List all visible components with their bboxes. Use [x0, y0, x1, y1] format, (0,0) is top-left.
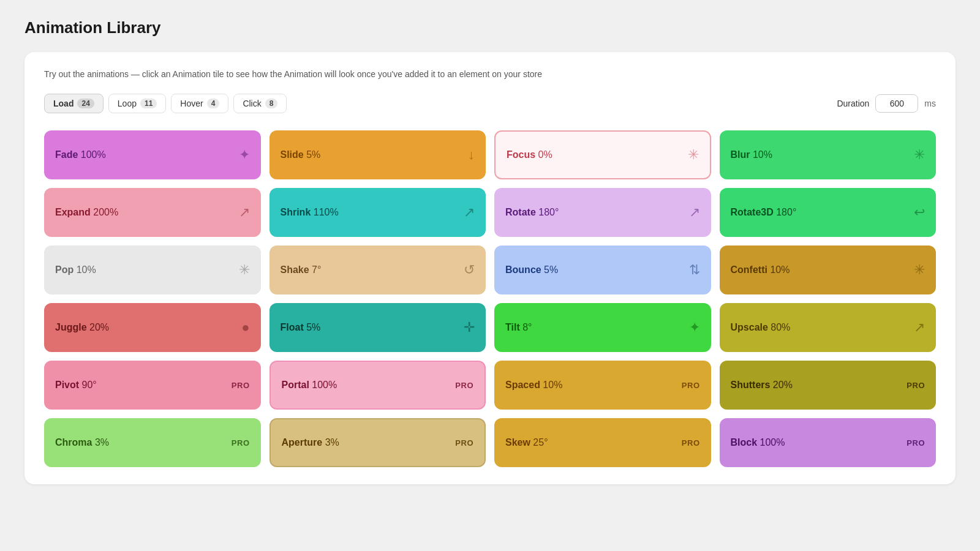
tile-slide[interactable]: Slide 5%↓ — [270, 130, 486, 179]
tile-shutters[interactable]: Shutters 20%PRO — [720, 361, 937, 410]
tile-value: 10% — [750, 149, 772, 160]
tile-name: Blur — [731, 149, 750, 160]
tile-name: Float — [281, 322, 304, 332]
tile-value: 180° — [774, 207, 797, 217]
tile-chroma[interactable]: Chroma 3%PRO — [44, 418, 261, 467]
tile-label: Juggle 20% — [55, 322, 109, 333]
tile-shrink[interactable]: Shrink 110%↗ — [270, 188, 486, 237]
duration-label: Duration — [837, 99, 869, 108]
main-card: Try out the animations — click an Animat… — [24, 52, 956, 484]
tile-label: Slide 5% — [281, 149, 321, 160]
tile-label: Focus 0% — [507, 149, 552, 160]
tile-value: 10% — [74, 264, 96, 275]
tile-value: 3% — [92, 437, 109, 448]
upscale-icon: ↗ — [914, 320, 925, 335]
duration-input[interactable] — [875, 94, 918, 113]
filter-tab-count: 4 — [207, 99, 220, 108]
filter-tab-load[interactable]: Load24 — [44, 94, 104, 113]
tile-value: 20% — [770, 380, 792, 390]
tile-block[interactable]: Block 100%PRO — [720, 418, 937, 467]
tile-label: Shutters 20% — [731, 380, 793, 391]
shrink-icon: ↗ — [464, 204, 475, 220]
tile-name: Spaced — [505, 380, 540, 390]
tile-aperture[interactable]: Aperture 3%PRO — [270, 418, 486, 467]
tile-name: Expand — [55, 207, 91, 217]
juggle-icon: ● — [241, 320, 249, 335]
tile-name: Upscale — [731, 322, 768, 332]
tile-upscale[interactable]: Upscale 80%↗ — [720, 303, 937, 352]
tile-tilt[interactable]: Tilt 8°✦ — [494, 303, 711, 352]
filter-tab-count: 11 — [140, 99, 157, 108]
bounce-icon: ⇅ — [689, 262, 700, 278]
tile-value: 10% — [767, 264, 790, 275]
tile-value: 180° — [536, 207, 559, 217]
tile-name: Pivot — [55, 380, 79, 390]
tile-name: Block — [731, 437, 758, 448]
tile-value: 100% — [757, 437, 785, 448]
tile-value: 5% — [304, 322, 321, 332]
tilt-icon: ✦ — [689, 320, 700, 335]
tile-value: 25° — [530, 437, 548, 448]
tile-name: Shutters — [731, 380, 771, 390]
tile-value: 7° — [309, 264, 322, 275]
fade-icon: ✦ — [239, 147, 250, 163]
tile-value: 80% — [768, 322, 790, 332]
pro-badge: PRO — [232, 381, 250, 390]
tile-focus[interactable]: Focus 0%✳ — [494, 130, 711, 179]
rotate-icon: ↗ — [689, 204, 700, 220]
focus-icon: ✳ — [688, 147, 699, 163]
tile-label: Upscale 80% — [731, 322, 791, 333]
description: Try out the animations — click an Animat… — [44, 69, 936, 79]
tile-portal[interactable]: Portal 100%PRO — [270, 361, 486, 410]
tile-juggle[interactable]: Juggle 20%● — [44, 303, 261, 352]
tile-skew[interactable]: Skew 25°PRO — [494, 418, 711, 467]
filter-tab-click[interactable]: Click8 — [233, 94, 287, 113]
filter-tab-loop[interactable]: Loop11 — [108, 94, 167, 113]
tile-label: Blur 10% — [731, 149, 772, 160]
tile-value: 100% — [78, 149, 105, 160]
tile-name: Chroma — [55, 437, 92, 448]
tile-value: 0% — [535, 149, 552, 160]
filter-tab-label: Loop — [118, 99, 137, 108]
tile-shake[interactable]: Shake 7°↺ — [270, 246, 486, 294]
tile-label: Portal 100% — [282, 380, 337, 391]
tile-value: 5% — [541, 264, 559, 275]
tile-name: Focus — [507, 149, 535, 160]
tile-label: Shrink 110% — [281, 207, 339, 218]
tile-name: Rotate — [505, 207, 536, 217]
tile-value: 10% — [540, 380, 562, 390]
tile-label: Fade 100% — [55, 149, 106, 160]
tile-expand[interactable]: Expand 200%↗ — [44, 188, 261, 237]
duration-unit: ms — [924, 99, 936, 108]
tile-label: Aperture 3% — [282, 437, 339, 448]
tile-label: Shake 7° — [281, 264, 322, 276]
tile-value: 3% — [322, 437, 339, 448]
tile-name: Juggle — [55, 322, 87, 332]
tile-name: Skew — [505, 437, 530, 448]
tile-name: Rotate3D — [731, 207, 774, 217]
tile-pivot[interactable]: Pivot 90°PRO — [44, 361, 261, 410]
tile-name: Fade — [55, 149, 78, 160]
tile-value: 20% — [87, 322, 109, 332]
tile-pop[interactable]: Pop 10%✳ — [44, 246, 261, 294]
tile-name: Aperture — [282, 437, 323, 448]
blur-icon: ✳ — [914, 147, 925, 163]
tile-spaced[interactable]: Spaced 10%PRO — [494, 361, 711, 410]
tile-confetti[interactable]: Confetti 10%✳ — [720, 246, 937, 294]
tile-label: Skew 25° — [505, 437, 548, 448]
filter-tab-count: 8 — [265, 99, 278, 108]
tile-rotate3d[interactable]: Rotate3D 180°↩ — [720, 188, 937, 237]
tile-bounce[interactable]: Bounce 5%⇅ — [494, 246, 711, 294]
tile-float[interactable]: Float 5%✛ — [270, 303, 486, 352]
tile-label: Pivot 90° — [55, 380, 97, 391]
tile-label: Bounce 5% — [505, 264, 558, 276]
pro-badge: PRO — [455, 438, 473, 448]
tile-name: Shrink — [281, 207, 311, 217]
tile-fade[interactable]: Fade 100%✦ — [44, 130, 261, 179]
tile-label: Expand 200% — [55, 207, 118, 218]
tile-value: 8° — [520, 322, 532, 332]
tile-name: Tilt — [505, 322, 520, 332]
filter-tab-hover[interactable]: Hover4 — [171, 94, 228, 113]
tile-blur[interactable]: Blur 10%✳ — [720, 130, 937, 179]
tile-rotate[interactable]: Rotate 180°↗ — [494, 188, 711, 237]
